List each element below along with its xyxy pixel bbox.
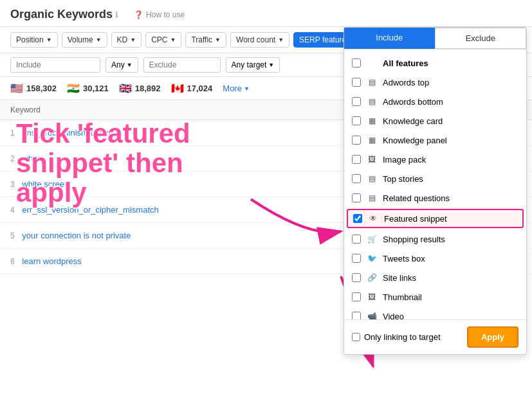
- checkbox-video[interactable]: [352, 312, 361, 319]
- item-label-tweets_box: Tweets box: [383, 254, 518, 263]
- col-keyword: Keyword: [0, 100, 317, 120]
- checkbox-knowledge_panel[interactable]: [352, 136, 361, 145]
- dropdown-item-site_links[interactable]: 🔗 Site links: [344, 268, 526, 287]
- item-label-video: Video: [383, 312, 518, 320]
- item-label-knowledge_card: Knowledge card: [383, 116, 518, 126]
- stat-us[interactable]: 🇺🇸 158,302: [10, 82, 57, 94]
- row-number: 1: [10, 129, 15, 138]
- item-label-site_links: Site links: [383, 273, 518, 283]
- item-icon-image_pack: 🖼: [366, 154, 378, 165]
- dropdown-item-all_features[interactable]: All features: [344, 53, 526, 73]
- dropdown-item-thumbnail[interactable]: 🖼 Thumbnail: [344, 287, 526, 307]
- checkbox-featured_snippet[interactable]: [353, 214, 362, 223]
- dropdown-footer: Only linking to target Apply: [344, 319, 526, 354]
- keyword-link[interactable]: err_ssl_version_or_cipher_mismatch: [22, 205, 158, 215]
- stat-gb[interactable]: 🇬🇧 18,892: [119, 82, 161, 94]
- dropdown-item-top_stories[interactable]: ▤ Top stories: [344, 169, 526, 188]
- dropdown-item-shopping_results[interactable]: 🛒 Shopping results: [344, 229, 526, 249]
- item-icon-site_links: 🔗: [366, 272, 378, 283]
- volume-filter[interactable]: Volume ▼: [62, 32, 107, 48]
- row-number: 2: [10, 154, 15, 163]
- row-number: 6: [10, 257, 15, 266]
- item-icon-adwords_bottom: ▤: [366, 96, 378, 107]
- tab-include[interactable]: Include: [344, 28, 435, 49]
- dropdown-tabs: Include Exclude: [344, 28, 526, 49]
- keyword-link[interactable]: what...: [22, 154, 46, 163]
- item-label-knowledge_panel: Knowledge panel: [383, 136, 518, 145]
- serp-dropdown-panel: Include Exclude All features ▤ Adwords t…: [344, 27, 527, 355]
- checkbox-knowledge_card[interactable]: [352, 116, 361, 125]
- traffic-filter[interactable]: Traffic ▼: [185, 32, 226, 48]
- any-select[interactable]: Any ▼: [105, 57, 138, 73]
- item-label-related_questions: Related questions: [383, 193, 518, 203]
- keyword-link[interactable]: white screen: [22, 179, 69, 189]
- stat-ca[interactable]: 🇨🇦 17,024: [171, 82, 213, 94]
- checkbox-tweets_box[interactable]: [352, 254, 361, 263]
- item-icon-knowledge_card: ▦: [366, 115, 378, 127]
- include-input[interactable]: [10, 57, 100, 73]
- checkbox-adwords_bottom[interactable]: [352, 97, 361, 106]
- item-label-thumbnail: Thumbnail: [383, 292, 518, 302]
- dropdown-item-video[interactable]: 📹 Video: [344, 307, 526, 319]
- dropdown-item-image_pack[interactable]: 🖼 Image pack: [344, 150, 526, 169]
- exclude-input[interactable]: [143, 57, 221, 73]
- item-icon-featured_snippet: 👁: [367, 213, 379, 224]
- item-label-shopping_results: Shopping results: [383, 235, 518, 244]
- dropdown-item-featured_snippet[interactable]: 👁 Featured snippet: [347, 209, 524, 228]
- checkbox-shopping_results[interactable]: [352, 235, 361, 244]
- item-label-adwords_top: Adwords top: [383, 78, 518, 87]
- more-button[interactable]: More ▼: [223, 84, 250, 93]
- dropdown-item-knowledge_panel[interactable]: ▦ Knowledge panel: [344, 130, 526, 150]
- checkbox-adwords_top[interactable]: [352, 78, 361, 87]
- item-icon-top_stories: ▤: [366, 173, 378, 184]
- only-linking-label: Only linking to target: [364, 332, 441, 342]
- item-icon-tweets_box: 🐦: [366, 253, 378, 264]
- tab-exclude[interactable]: Exclude: [435, 28, 527, 49]
- item-icon-adwords_top: ▤: [366, 76, 378, 88]
- position-filter[interactable]: Position ▼: [10, 32, 58, 48]
- item-icon-shopping_results: 🛒: [366, 233, 378, 245]
- checkbox-site_links[interactable]: [352, 273, 361, 282]
- how-to-link[interactable]: ❓ How to use: [134, 10, 185, 19]
- dropdown-item-related_questions[interactable]: ▤ Related questions: [344, 188, 526, 208]
- item-icon-knowledge_panel: ▦: [366, 134, 378, 146]
- item-label-adwords_bottom: Adwords bottom: [383, 97, 518, 107]
- keyword-link[interactable]: dns_probe_finished_nxdo...: [22, 128, 125, 138]
- item-icon-related_questions: ▤: [366, 192, 378, 204]
- row-number: 4: [10, 206, 15, 215]
- checkbox-top_stories[interactable]: [352, 174, 361, 183]
- item-label-all_features: All features: [383, 58, 518, 68]
- item-icon-thumbnail: 🖼: [366, 291, 378, 303]
- checkbox-thumbnail[interactable]: [352, 292, 361, 301]
- checkbox-all_features[interactable]: [352, 58, 361, 67]
- keyword-link[interactable]: learn wordpress: [22, 256, 82, 266]
- stat-in[interactable]: 🇮🇳 30,121: [67, 82, 109, 94]
- only-linking-checkbox[interactable]: [352, 333, 360, 341]
- checkbox-image_pack[interactable]: [352, 155, 361, 164]
- only-linking-container: Only linking to target: [352, 332, 462, 342]
- apply-button[interactable]: Apply: [467, 326, 518, 348]
- any-target-select[interactable]: Any target ▼: [226, 57, 280, 73]
- row-number: 3: [10, 180, 15, 189]
- word-count-filter[interactable]: Word count ▼: [230, 32, 289, 48]
- info-icon[interactable]: ℹ: [115, 10, 118, 19]
- item-icon-video: 📹: [366, 310, 378, 319]
- dropdown-item-tweets_box[interactable]: 🐦 Tweets box: [344, 249, 526, 268]
- cpc-filter[interactable]: CPC ▼: [145, 32, 181, 48]
- row-number: 5: [10, 231, 15, 240]
- item-label-featured_snippet: Featured snippet: [384, 214, 517, 224]
- item-icon-all_features: [366, 57, 378, 69]
- item-label-top_stories: Top stories: [383, 174, 518, 184]
- kd-filter[interactable]: KD ▼: [111, 32, 142, 48]
- checkbox-related_questions[interactable]: [352, 193, 361, 202]
- dropdown-item-knowledge_card[interactable]: ▦ Knowledge card: [344, 111, 526, 130]
- dropdown-item-adwords_bottom[interactable]: ▤ Adwords bottom: [344, 92, 526, 111]
- page-header: Organic Keywords ℹ ❓ How to use: [0, 0, 532, 27]
- item-label-image_pack: Image pack: [383, 155, 518, 165]
- page-title: Organic Keywords: [10, 8, 113, 21]
- keyword-link[interactable]: your connection is not private: [22, 231, 131, 240]
- dropdown-items-list: All features ▤ Adwords top ▤ Adwords bot…: [344, 49, 526, 319]
- dropdown-item-adwords_top[interactable]: ▤ Adwords top: [344, 73, 526, 92]
